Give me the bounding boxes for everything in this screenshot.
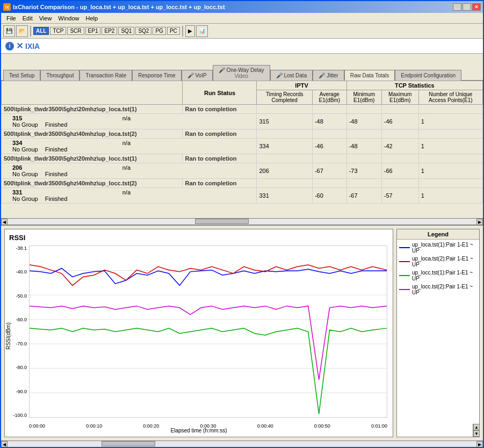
legend-label-1: up_loca.tst(2):Pair 1-E1 ~ UP <box>412 256 477 268</box>
legend-line-blue <box>399 247 410 248</box>
close-button[interactable]: ✕ <box>472 3 481 11</box>
legend-item-3: up_locc.tst(2):Pair 1-E1 ~ UP <box>399 284 477 295</box>
x-label-1: 0:00:10 <box>86 423 102 429</box>
row3-sub-avg: -67 <box>312 163 346 179</box>
legend-items: up_loca.tst(1):Pair 1-E1 ~ UP up_loca.ts… <box>397 240 479 424</box>
filter-tcp[interactable]: TCP <box>50 27 66 35</box>
col-group-iptv: IPTV <box>257 81 346 90</box>
filter-ep1[interactable]: EP1 <box>85 27 101 35</box>
restore-button[interactable]: □ <box>463 3 471 11</box>
tab-raw-data-totals[interactable]: Raw Data Totals <box>344 70 395 81</box>
col-timing-records: Timing RecordsCompleted <box>257 90 312 105</box>
save-button[interactable]: 💾 <box>3 25 15 37</box>
h-scroll-thumb[interactable] <box>195 219 249 224</box>
row4-avg <box>312 179 346 188</box>
row4-sub-max: -57 <box>381 188 418 204</box>
scroll-left-button[interactable]: ◀ <box>1 219 8 225</box>
filter-scr[interactable]: SCR <box>67 27 84 35</box>
chart-line-green <box>30 328 387 414</box>
filter-all[interactable]: ALL <box>33 27 49 35</box>
menu-edit[interactable]: Edit <box>19 14 36 23</box>
run-button[interactable]: ▶ <box>185 25 195 37</box>
row3-name: 500\tplink_tlwdr3500\5ghz\20mhz\up_locc.… <box>2 154 183 163</box>
legend-item-0: up_loca.tst(1):Pair 1-E1 ~ UP <box>399 242 477 254</box>
row1-max <box>381 105 418 114</box>
row1-name: 500\tplink_tlwdr3500\5ghz\20mhz\up_loca.… <box>2 105 183 114</box>
row1-aps <box>418 105 482 114</box>
row1-sub-min: -48 <box>346 114 381 129</box>
chart-plot-area: -38.1 -40.0 -50.0 -60.0 -70.0 -80.0 -90.… <box>29 245 387 418</box>
row4-sub-min: -67 <box>346 188 381 204</box>
row1-sub-avg: -48 <box>312 114 346 129</box>
filter-pg[interactable]: PG <box>153 27 165 35</box>
chart-h-track[interactable] <box>8 441 476 447</box>
tab-transaction-rate[interactable]: Transaction Rate <box>80 70 132 81</box>
menu-help[interactable]: Help <box>82 14 101 23</box>
table-row: 334 n/a No Group Finished 334 -46 -48 <box>2 139 483 154</box>
menu-view[interactable]: View <box>36 14 55 23</box>
h-scroll-track[interactable] <box>8 219 476 225</box>
chart-scroll-right[interactable]: ▶ <box>476 441 483 447</box>
filter-sq2[interactable]: SQ2 <box>135 27 151 35</box>
tab-lost-data[interactable]: 🎤 Lost Data <box>270 70 313 81</box>
chart-title: RSSI <box>9 234 25 242</box>
filter-ep2[interactable]: EP2 <box>102 27 117 35</box>
col-header-name <box>2 81 183 105</box>
tab-jitter[interactable]: 🎤 Jitter <box>313 70 344 81</box>
legend-item-1: up_loca.tst(2):Pair 1-E1 ~ UP <box>399 256 477 268</box>
scroll-right-button[interactable]: ▶ <box>476 219 483 225</box>
tab-voip[interactable]: 🎤 VoIP <box>182 70 213 81</box>
chart-scroll-left[interactable]: ◀ <box>1 441 8 447</box>
legend-label-0: up_loca.tst(1):Pair 1-E1 ~ UP <box>412 242 477 254</box>
menu-window[interactable]: Window <box>55 14 82 23</box>
menu-file[interactable]: File <box>3 14 19 23</box>
col-group-tcp: TCP Statistics <box>346 81 482 90</box>
tab-endpoint-config[interactable]: Endpoint Configuration <box>395 70 461 81</box>
x-label-2: 0:00:20 <box>143 423 159 429</box>
main-content: Run Status IPTV TCP Statistics Timing Re… <box>1 81 483 447</box>
scroll-down-button[interactable]: ▼ <box>473 430 480 437</box>
row2-sub-status: Finished <box>45 146 68 153</box>
row3-sub-min: -73 <box>346 163 381 179</box>
row4-sub-avg: -60 <box>312 188 346 204</box>
filter-sq1[interactable]: SQ1 <box>118 27 134 35</box>
logo-text: IXIA <box>25 42 40 50</box>
row2-min <box>346 129 381 139</box>
title-bar: Ix IxChariot Comparison - up_loca.tst + … <box>1 1 483 13</box>
minimize-button[interactable]: _ <box>453 3 461 11</box>
row1-group-label: No Group <box>12 121 38 128</box>
scroll-up-button[interactable]: ▲ <box>473 424 480 430</box>
row3-status: Ran to completion <box>183 154 257 163</box>
y-label-5: -80.0 <box>5 365 27 370</box>
table-row: 331 n/a No Group Finished 331 -60 -67 <box>2 188 483 204</box>
row2-status: Ran to completion <box>183 129 257 139</box>
chart-h-thumb[interactable] <box>102 441 155 446</box>
chart-section: RSSI RSSI(dBm) -38.1 -40.0 -50.0 -60.0 <box>1 226 483 440</box>
col-header-status: Run Status <box>183 81 257 105</box>
row1-min <box>346 105 381 114</box>
row4-aps <box>418 179 482 188</box>
row3-sub-avg-top: n/a <box>122 164 131 171</box>
row1-status: Ran to completion <box>183 105 257 114</box>
row3-sub-cells: 206 n/a No Group Finished <box>2 163 257 179</box>
row4-status: Ran to completion <box>183 179 257 188</box>
table-h-scrollbar[interactable]: ◀ ▶ <box>1 218 483 225</box>
open-button[interactable]: 📂 <box>16 25 28 37</box>
export-button[interactable]: 📊 <box>196 25 208 37</box>
row4-min <box>346 179 381 188</box>
info-icon[interactable]: i <box>5 42 14 50</box>
tab-throughput[interactable]: Throughput <box>40 70 80 81</box>
filter-pc[interactable]: PC <box>167 27 180 35</box>
data-section[interactable]: Run Status IPTV TCP Statistics Timing Re… <box>1 81 483 218</box>
row4-max <box>381 179 418 188</box>
legend-v-scroll[interactable]: ▲ ▼ <box>473 424 479 437</box>
tab-response-time[interactable]: Response Time <box>132 70 181 81</box>
chart-line-red <box>30 265 387 285</box>
y-label-2: -50.0 <box>5 293 27 299</box>
tab-one-way-delay[interactable]: 🎤 One-Way Delay Video <box>213 65 270 81</box>
tab-bar: Test Setup Throughput Transaction Rate R… <box>1 54 483 81</box>
row1-sub-status: Finished <box>45 121 68 128</box>
tab-test-setup[interactable]: Test Setup <box>3 70 40 81</box>
separator-2 <box>182 26 183 37</box>
logo-bar: i ✕ IXIA <box>1 39 483 54</box>
